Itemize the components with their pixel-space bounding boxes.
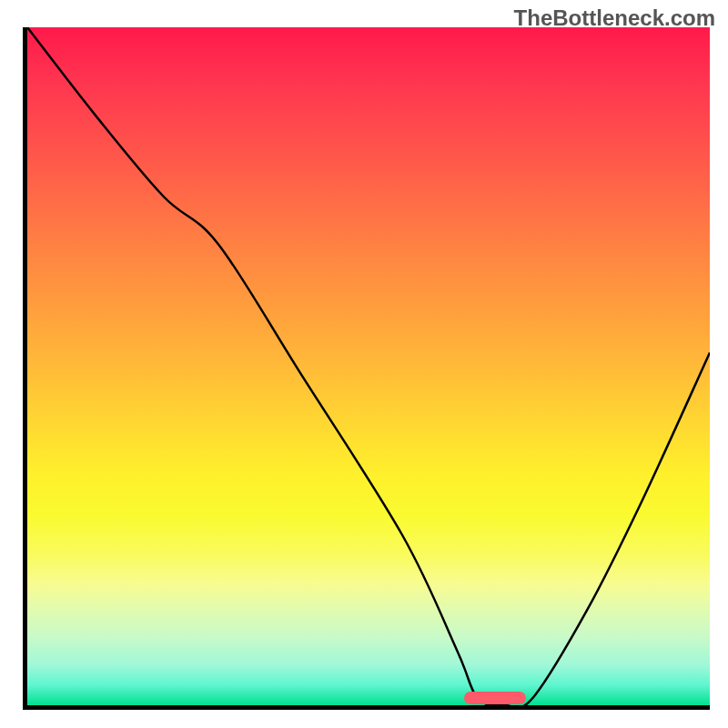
chart-container: TheBottleneck.com: [0, 0, 728, 728]
bottleneck-curve: [27, 27, 710, 705]
watermark-text: TheBottleneck.com: [514, 5, 715, 31]
optimal-range-marker: [464, 692, 526, 704]
plot-area: [23, 27, 710, 710]
